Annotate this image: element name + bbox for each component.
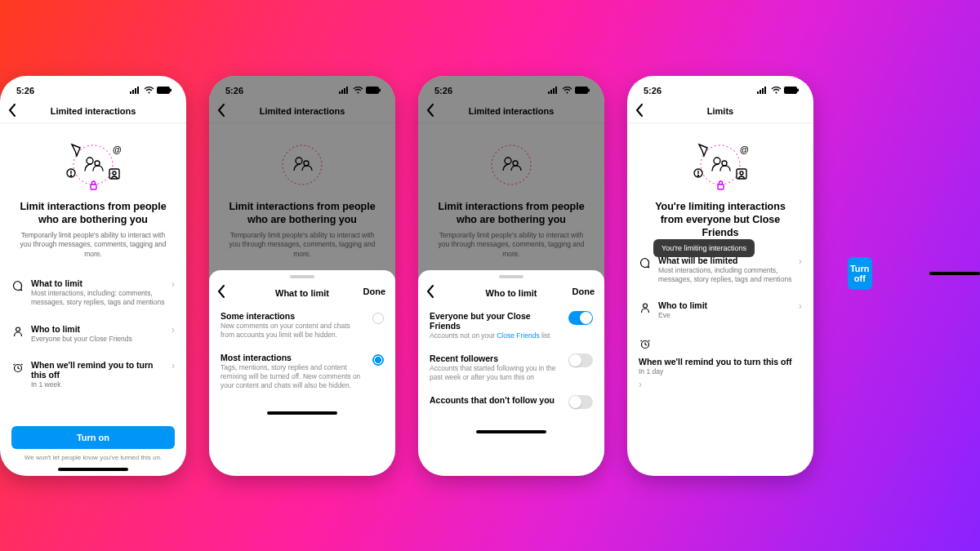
nav-title: Limited interactions [51,106,136,116]
chevron-right-icon: › [799,300,802,312]
option-title: Some interactions [220,311,364,321]
row-what-to-limit[interactable]: What to limit Most interactions, includi… [11,272,175,313]
chat-icon [639,256,652,269]
chevron-left-icon [426,285,434,298]
who-to-limit-sheet: Who to limit Done Everyone but your Clos… [418,270,604,476]
option-close-friends[interactable]: Everyone but your Close Friends Accounts… [418,304,604,347]
row-reminder[interactable]: When we'll remind you to turn this off I… [11,353,175,396]
home-indicator [929,272,980,275]
status-bar: 5:26 [0,76,186,100]
sheet-title: What to limit [275,288,329,298]
sheet-title: Who to limit [486,288,537,298]
close-friends-link[interactable]: Close Friends [497,331,539,340]
hero-subtitle: Temporarily limit people's ability to in… [11,226,175,269]
svg-rect-18 [339,91,341,94]
toggle-on[interactable] [568,311,593,325]
svg-point-44 [722,161,727,166]
sheet-back-button[interactable] [426,285,434,298]
option-subtitle: Accounts that started following you in t… [430,364,560,382]
status-bar: 5:26 [627,76,813,100]
row-subtitle: In 1 day [639,367,802,376]
svg-rect-51 [718,184,724,189]
sheet-back-button[interactable] [217,285,225,298]
back-button[interactable] [217,104,225,117]
person-icon [11,325,24,338]
svg-rect-0 [130,91,131,94]
chevron-left-icon [426,104,434,117]
svg-point-6 [74,145,113,184]
row-subtitle: Most interactions, including comments, m… [658,266,792,284]
toggle-off[interactable] [568,395,593,409]
wifi-icon [353,87,363,94]
nav-title: Limits [707,106,733,116]
svg-rect-5 [170,89,172,92]
phone-what-to-limit-sheet: 5:26 Limited interactions Limit interact… [209,76,395,476]
svg-point-43 [714,158,720,164]
row-subtitle: Everyone but your Close Friends [31,335,165,344]
sheet-done-button[interactable]: Done [572,287,595,296]
turn-on-button[interactable]: Turn on [11,426,175,449]
chevron-left-icon [217,104,225,117]
sheet-grabber[interactable] [290,275,314,278]
svg-rect-19 [341,90,343,94]
svg-rect-23 [379,89,381,92]
hero-title: Limit interactions from people who are b… [11,200,175,227]
option-non-followers[interactable]: Accounts that don't follow you [418,389,604,415]
svg-rect-22 [366,87,379,94]
svg-point-12 [71,175,72,176]
wifi-icon [562,87,572,94]
svg-rect-41 [797,89,799,92]
row-who-to-limit[interactable]: Who to limit Everyone but your Close Fri… [11,318,175,350]
send-icon [72,144,80,156]
battery-icon [575,87,590,94]
svg-point-26 [304,161,309,166]
svg-point-52 [644,304,648,308]
svg-point-24 [283,145,322,184]
row-reminder[interactable] [639,330,802,357]
cellular-icon [548,87,559,94]
status-bar: 5:26 [209,76,395,100]
svg-text:@: @ [740,144,749,154]
chevron-left-icon [8,104,16,117]
phone-limited-interactions-intro: 5:26 Limited interactions @ [0,76,186,476]
sheet-grabber[interactable] [499,275,523,278]
svg-rect-15 [91,184,96,189]
svg-point-16 [16,327,20,331]
option-title: Most interactions [220,353,364,362]
row-subtitle: Most interactions, including: comments, … [31,289,165,307]
svg-rect-4 [157,87,170,94]
home-indicator [476,430,546,433]
svg-point-42 [701,145,740,184]
svg-point-50 [740,171,743,175]
radio-unselected[interactable] [372,313,384,324]
nav-title: Limited interactions [469,106,555,116]
back-button[interactable] [8,104,16,117]
option-subtitle: Tags, mentions, story replies and conten… [220,363,364,390]
row-who-to-limit[interactable]: Who to limit Eve › [639,294,802,327]
option-recent-followers[interactable]: Recent followers Accounts that started f… [418,347,604,389]
turn-off-button[interactable]: Turn off [848,257,872,290]
back-button[interactable] [426,104,434,117]
status-time: 5:26 [644,86,662,96]
what-to-limit-sheet: What to limit Done Some interactions New… [209,270,395,476]
svg-point-14 [113,171,116,175]
nav-bar: Limited interactions [418,100,604,123]
sheet-done-button[interactable]: Done [363,287,386,296]
svg-text:@: @ [113,144,122,154]
svg-rect-31 [575,87,588,94]
radio-selected[interactable] [372,354,384,366]
option-some-interactions[interactable]: Some interactions New comments on your c… [209,304,395,346]
row-title: What will be limited [658,256,792,265]
nav-bar: Limited interactions [209,100,395,123]
svg-rect-30 [555,87,557,94]
back-button[interactable] [635,104,644,117]
limiting-toast: You're limiting interactions [653,239,755,257]
chevron-right-icon: › [172,324,175,335]
status-time: 5:26 [16,86,34,96]
toggle-off[interactable] [568,353,593,367]
svg-rect-29 [553,88,555,94]
row-title: Who to limit [31,324,165,334]
row-title: When we'll remind you to turn this off [31,360,165,380]
option-most-interactions[interactable]: Most interactions Tags, mentions, story … [209,346,395,397]
status-time: 5:26 [434,86,452,96]
